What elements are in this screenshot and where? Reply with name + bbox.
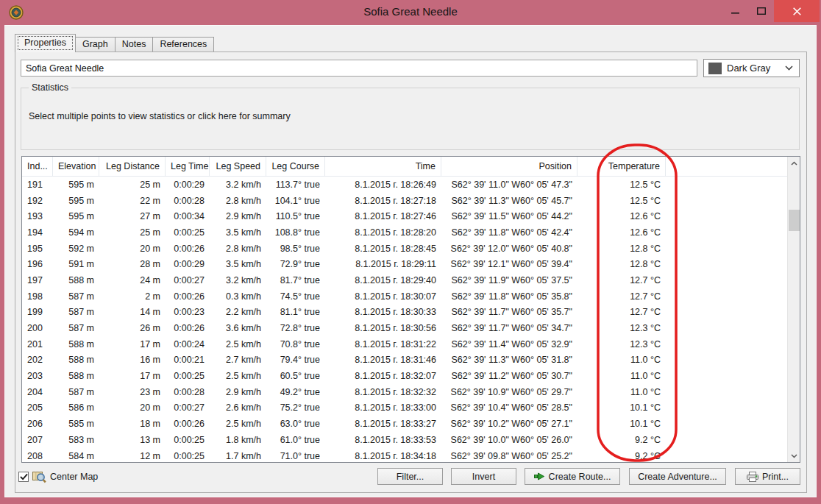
table-cell: 2.7 km/h — [210, 355, 266, 365]
table-row[interactable]: 195592 m20 m0:00:262.8 km/h98.5° true8.1… — [22, 241, 787, 257]
table-row[interactable]: 198587 m2 m0:00:260.3 km/h74.5° true8.1.… — [22, 288, 787, 305]
table-row[interactable]: 199587 m14 m0:00:232.2 km/h81.1° true8.1… — [22, 305, 787, 321]
table-cell: 12.7 °C — [577, 275, 666, 285]
table-cell: 208 — [22, 451, 53, 461]
printer-icon — [747, 472, 758, 482]
table-row[interactable]: 206585 m18 m0:00:262.5 km/h63.0° true8.1… — [22, 416, 787, 432]
scroll-down-button[interactable] — [788, 450, 800, 462]
table-cell: S62° 39' 10.9" W60° 05' 29.7" — [441, 387, 577, 397]
column-header-leg-speed[interactable]: Leg Speed — [210, 157, 266, 177]
table-cell: 200 — [22, 323, 53, 333]
create-adventure-button[interactable]: Create Adventure... — [629, 468, 726, 485]
minimize-button[interactable] — [722, 0, 748, 22]
table-cell: 49.2° true — [266, 387, 325, 397]
table-row[interactable]: 205586 m20 m0:00:272.6 km/h75.2° true8.1… — [22, 400, 787, 416]
table-cell: S62° 39' 11.8" W60° 05' 35.8" — [441, 291, 577, 302]
table-row[interactable]: 200587 m26 m0:00:263.6 km/h72.8° true8.1… — [22, 320, 787, 336]
table-cell: 10.1 °C — [577, 402, 666, 413]
table-cell: 8.1.2015 г. 18:33:00 — [325, 402, 441, 413]
tab-graph[interactable]: Graph — [75, 37, 115, 52]
print-button[interactable]: Print... — [735, 468, 800, 485]
table-row[interactable]: 207583 m13 m0:00:251.8 km/h61.0° true8.1… — [22, 432, 787, 448]
table-row[interactable]: 194594 m25 m0:00:253.5 km/h108.8° true8.… — [22, 224, 787, 241]
table-row[interactable]: 192595 m22 m0:00:282.8 km/h104.1° true8.… — [22, 193, 787, 209]
table-cell: S62° 39' 11.7" W60° 05' 34.7" — [441, 323, 577, 333]
column-header-ind[interactable]: Ind... — [22, 157, 53, 177]
table-cell: 2.5 km/h — [210, 419, 266, 429]
table-cell: 8.1.2015 г. 18:30:33 — [325, 307, 441, 317]
table-cell: S62° 39' 12.1" W60° 05' 39.4" — [441, 259, 577, 269]
center-map-label: Center Map — [50, 472, 98, 482]
table-cell: S62° 39' 10.4" W60° 05' 28.5" — [441, 402, 577, 413]
table-cell: 588 m — [53, 371, 99, 381]
table-cell: 199 — [22, 307, 53, 317]
center-map-toggle[interactable]: Center Map — [18, 469, 98, 484]
table-cell: 8.1.2015 г. 18:31:46 — [325, 355, 441, 365]
table-cell: 18 m — [99, 419, 166, 429]
table-cell: 28 m — [99, 259, 166, 269]
scrollbar-thumb[interactable] — [789, 210, 800, 231]
table-cell: 12 m — [99, 451, 166, 461]
table-cell: 3.5 km/h — [210, 259, 266, 269]
color-dropdown[interactable]: Dark Gray — [703, 59, 800, 77]
table-cell: 204 — [22, 387, 53, 397]
tab-properties[interactable]: Properties — [15, 34, 76, 52]
table-row[interactable]: 203588 m17 m0:00:252.5 km/h60.5° true8.1… — [22, 368, 787, 384]
table-cell: 197 — [22, 275, 53, 285]
table-row[interactable]: 202588 m16 m0:00:212.7 km/h79.4° true8.1… — [22, 352, 787, 369]
tab-notes[interactable]: Notes — [115, 37, 154, 52]
table-cell: 26 m — [99, 323, 166, 333]
close-button[interactable] — [774, 0, 820, 22]
table-row[interactable]: 193595 m27 m0:00:342.9 km/h110.5° true8.… — [22, 208, 787, 224]
center-map-checkbox[interactable] — [18, 472, 29, 482]
vertical-scrollbar[interactable] — [787, 157, 800, 462]
statistics-summary-link[interactable]: Select multiple points to view statistic… — [29, 111, 291, 121]
table-cell: 8.1.2015 г. 18:34:18 — [325, 451, 441, 461]
points-table: Ind...ElevationLeg DistanceLeg TimeLeg S… — [21, 156, 800, 463]
table-row[interactable]: 201588 m17 m0:00:242.5 km/h70.8° true8.1… — [22, 336, 787, 352]
table-cell: 205 — [22, 402, 53, 413]
column-header-time[interactable]: Time — [325, 157, 441, 177]
table-cell: 12.3 °C — [577, 339, 666, 349]
maximize-button[interactable] — [748, 0, 774, 22]
table-row[interactable]: 197588 m24 m0:00:273.2 km/h81.7° true8.1… — [22, 272, 787, 288]
table-cell: 0.3 km/h — [210, 291, 266, 302]
table-row[interactable]: 204587 m23 m0:00:282.9 km/h49.2° true8.1… — [22, 384, 787, 400]
table-cell: 195 — [22, 244, 53, 254]
table-row[interactable]: 191595 m25 m0:00:293.2 km/h113.7° true8.… — [22, 177, 787, 193]
table-cell: 0:00:24 — [166, 339, 210, 349]
window-title: Sofia Great Needle — [0, 0, 821, 25]
table-cell: 9.2 °C — [577, 435, 666, 445]
table-cell: 203 — [22, 371, 53, 381]
table-cell: 8.1.2015 г. 18:32:32 — [325, 387, 441, 397]
table-cell: 17 m — [99, 339, 166, 349]
table-cell: 584 m — [53, 451, 99, 461]
table-cell: 588 m — [53, 355, 99, 365]
table-row[interactable]: 208584 m12 m0:00:251.7 km/h71.0° true8.1… — [22, 448, 787, 462]
table-cell: 587 m — [53, 387, 99, 397]
table-row[interactable]: 196591 m28 m0:00:293.5 km/h72.9° true8.1… — [22, 256, 787, 272]
scroll-up-button[interactable] — [788, 157, 800, 169]
table-cell: 0:00:29 — [166, 180, 210, 190]
tab-references[interactable]: References — [152, 37, 214, 52]
table-cell: 11.0 °C — [577, 387, 666, 397]
column-header-leg-distance[interactable]: Leg Distance — [99, 157, 166, 177]
waypoint-name-input[interactable] — [21, 60, 697, 77]
table-cell: 10.1 °C — [577, 419, 666, 429]
column-header-leg-course[interactable]: Leg Course — [266, 157, 325, 177]
statistics-group-label: Statistics — [29, 82, 71, 93]
invert-button[interactable]: Invert — [451, 468, 516, 485]
create-route-button[interactable]: Create Route... — [525, 468, 620, 485]
table-cell: 594 m — [53, 227, 99, 238]
table-cell: 3.6 km/h — [210, 323, 266, 333]
table-cell: 72.8° true — [266, 323, 325, 333]
title-bar: Sofia Great Needle — [0, 0, 821, 25]
column-header-temperature[interactable]: Temperature — [577, 157, 666, 177]
filter-button[interactable]: Filter... — [377, 468, 443, 485]
column-header-position[interactable]: Position — [441, 157, 577, 177]
table-cell: 12.8 °C — [577, 244, 666, 254]
column-header-elevation[interactable]: Elevation — [53, 157, 99, 177]
table-cell: 8.1.2015 г. 18:27:18 — [325, 196, 441, 206]
column-header-leg-time[interactable]: Leg Time — [166, 157, 210, 177]
table-cell: 75.2° true — [266, 402, 325, 413]
